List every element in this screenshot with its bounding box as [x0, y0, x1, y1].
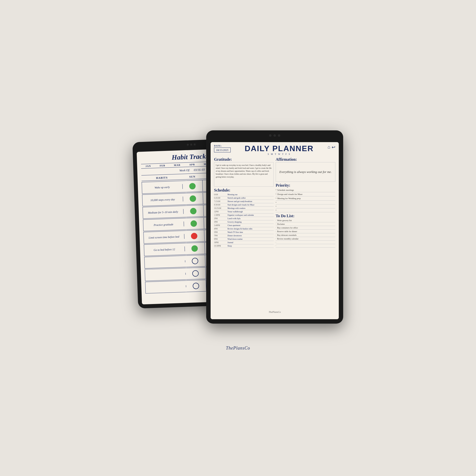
priority-item: •Design and visuals for Muse — [276, 192, 335, 196]
home-icon[interactable]: ⌂ — [327, 145, 330, 150]
habit-name: Meditate for 5–10 min daily — [143, 209, 184, 215]
affirmation-text: Everything is always working out for me. — [276, 162, 335, 182]
schedule-row: 6:45AMStretch and grab coffee — [214, 196, 274, 200]
habit-name — [146, 285, 186, 289]
habits-col-header: HABITS — [141, 175, 182, 180]
todo-text: Buy skincare essentials — [277, 234, 296, 236]
todo-item: · — [276, 241, 335, 244]
schedule-time: 9PM — [214, 238, 227, 240]
priority-item: • — [276, 204, 335, 208]
schedule-event: Journal — [227, 241, 274, 244]
schedule-time: 2PM — [214, 218, 227, 220]
todo-text: Reserve table for dinner — [277, 230, 297, 233]
camera-dot — [194, 143, 196, 145]
habit-name: 10,000 steps every day — [142, 196, 183, 203]
sun-col-header: SUN — [182, 175, 203, 178]
todo-bullet: · — [276, 241, 276, 243]
todo-items: ·Write grocery list·Declutter·Buy contai… — [276, 219, 335, 248]
circle-sun — [190, 220, 197, 227]
month-mar: MAR — [174, 163, 181, 166]
priority-bullet: • — [276, 189, 276, 191]
todo-text: Write grocery list — [277, 219, 292, 221]
schedule-time: 8:30AM — [214, 204, 227, 206]
schedule-row: 4PMReview designs & finalize edits — [214, 227, 274, 231]
camera-bar-back — [187, 143, 196, 146]
schedule-label: Schedule: — [214, 188, 274, 192]
date-value: 04/15/2025 — [214, 148, 231, 153]
tablets-container: Habit Tracker JAN FEB MAR APR MAY JUN JU… — [128, 125, 348, 336]
affirmation-label: Affirmation: — [276, 157, 335, 162]
schedule-time: 4PM — [214, 228, 227, 230]
camera-bar-front — [269, 134, 280, 137]
circle-sun — [189, 183, 196, 189]
schedule-time: 12PM — [214, 211, 227, 213]
affirmation-section: Affirmation: Everything is always workin… — [276, 157, 335, 182]
schedule-time: 10:25AM — [214, 207, 227, 209]
camera-dot — [273, 134, 276, 137]
circle-sun — [192, 257, 198, 264]
todo-bullet: · — [276, 245, 276, 247]
todo-item: ·Buy containers for office — [276, 226, 335, 230]
circle-sun — [191, 233, 198, 239]
circle-cell-sun — [183, 205, 204, 217]
planner-body: Gratitude: I get to wake up everyday in … — [214, 157, 335, 310]
schedule-event: Dinner downtown — [227, 235, 274, 237]
schedule-row: 6AMMorning run — [214, 193, 274, 196]
priority-item: •Schedule meetings — [276, 188, 335, 192]
schedule-event: Meetings with vendors — [227, 207, 274, 209]
planner-header: DATE: 04/15/2025 DAILY PLANNER S M T W T… — [214, 145, 335, 155]
priority-bullet: • — [276, 205, 276, 207]
schedule-row: 5PMWatch TV/free time — [214, 231, 274, 234]
footer-brand: ThePlansCo — [226, 346, 250, 351]
todo-item: ·Review monthly calendar — [276, 237, 335, 241]
week-of-value: 03/16–03 — [194, 168, 205, 172]
schedule-row: 10:30PMSleep — [214, 244, 274, 248]
schedule-time: 6:45AM — [214, 197, 227, 199]
schedule-time: 7PM — [214, 235, 227, 237]
schedule-row: 9PMWind down routine — [214, 238, 274, 241]
schedule-event: Shower and get ready/breakfast — [227, 200, 274, 203]
schedule-event: Review designs & finalize edits — [227, 228, 274, 230]
priority-label: Priority: — [276, 183, 335, 187]
schedule-event: Start designs and visuals for Muse — [227, 204, 274, 206]
priority-item: • — [276, 208, 335, 212]
circle-sun — [190, 195, 196, 202]
schedule-event: Clean apartment — [227, 224, 274, 226]
camera-dot — [278, 134, 280, 137]
planner-icons: ⌂ ↩ — [327, 145, 335, 150]
circle-sun — [192, 270, 199, 277]
priority-item: • — [276, 201, 335, 204]
priority-text: Design and visuals for Muse — [277, 193, 303, 195]
circle-cell-sun — [186, 280, 206, 292]
daily-planner-content: DATE: 04/15/2025 DAILY PLANNER S M T W T… — [211, 142, 339, 319]
schedule-row: 12PMVenue walkthrough — [214, 210, 274, 214]
schedule-time: 3:40PM — [214, 224, 227, 226]
todo-item: · — [276, 244, 335, 248]
priority-bullet: • — [276, 201, 276, 204]
schedule-event: Morning run — [227, 193, 274, 196]
back-icon[interactable]: ↩ — [332, 145, 335, 150]
priority-items: •Schedule meetings•Design and visuals fo… — [276, 188, 335, 212]
month-jan: JAN — [145, 165, 151, 168]
week-of-label: Week Of: — [179, 168, 190, 172]
circle-cell-sun — [183, 180, 203, 192]
todo-bullet: · — [276, 223, 276, 225]
schedule-row: 8:30AMStart designs and visuals for Muse — [214, 203, 274, 207]
month-apr: APR — [189, 163, 195, 166]
priority-item: •Meeting for Wedding prep — [276, 196, 335, 201]
schedule-time: 1:30PM — [214, 214, 227, 216]
date-label: DATE: — [214, 145, 231, 147]
schedule-section: Schedule: 6AMMorning run6:45AMStretch an… — [214, 188, 274, 310]
schedule-time: 3PM — [214, 221, 227, 223]
circle-cell-sun — [183, 192, 203, 204]
planner-main-title: DAILY PLANNER — [233, 145, 325, 153]
schedule-event: Grocery shopping — [227, 221, 274, 223]
schedule-time: 5PM — [214, 231, 227, 233]
schedule-row: 3PMGrocery shopping — [214, 221, 274, 224]
daily-planner-screen: DATE: 04/15/2025 DAILY PLANNER S M T W T… — [211, 142, 339, 319]
todo-text: Buy containers for office — [277, 226, 298, 229]
camera-dot — [187, 144, 189, 146]
circle-cell-sun — [185, 255, 205, 267]
schedule-time: 6AM — [214, 193, 227, 196]
gratitude-text: I get to wake up everyday in my own bed.… — [214, 162, 274, 187]
